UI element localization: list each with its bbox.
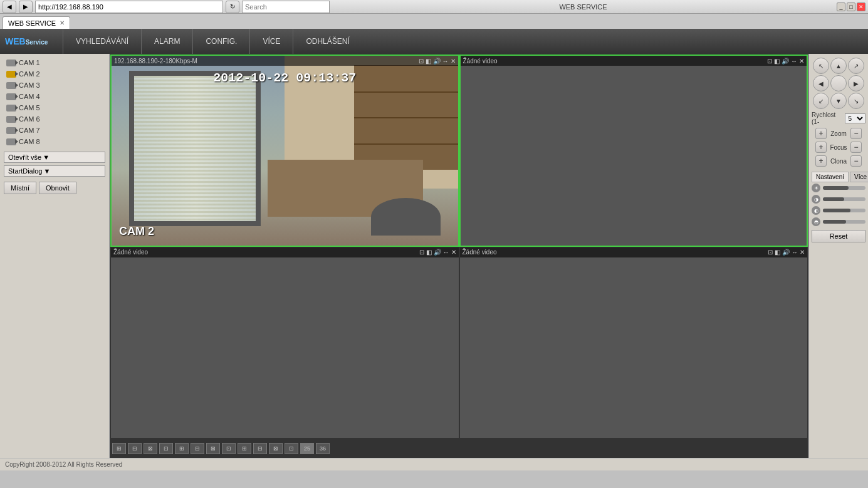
toolbar-btn-6[interactable]: ⊟ <box>191 443 204 454</box>
empty2-ctrl4[interactable]: ↔ <box>443 249 449 256</box>
cam2-ctrl-icon4[interactable]: ↔ <box>442 58 449 65</box>
win-minimize-btn[interactable]: _ <box>837 3 845 11</box>
toolbar-btn-8[interactable]: ⊡ <box>222 443 236 454</box>
ptz-downright-btn[interactable]: ↘ <box>848 93 864 109</box>
empty2-ctrl-close[interactable]: ✕ <box>451 249 456 256</box>
win-maximize-btn[interactable]: □ <box>847 3 855 11</box>
focus-plus-btn[interactable]: + <box>815 142 827 153</box>
zoom-minus-btn[interactable]: − <box>850 128 862 139</box>
sidebar-item-cam1[interactable]: CAM 1 <box>4 58 105 68</box>
empty3-ctrl3[interactable]: 🔊 <box>782 249 790 256</box>
empty1-ctrl1[interactable]: ⊡ <box>767 58 772 65</box>
sidebar-item-cam2[interactable]: CAM 2 <box>4 69 105 79</box>
nav-back-btn[interactable]: ◀ <box>3 1 16 13</box>
empty3-ctrl1[interactable]: ⊡ <box>768 249 773 256</box>
sidebar-item-cam4[interactable]: CAM 4 <box>4 91 105 101</box>
empty1-ctrl3[interactable]: 🔊 <box>782 58 789 65</box>
sidebar-item-cam5[interactable]: CAM 5 <box>4 103 105 113</box>
video-cell-empty3[interactable]: Žádné video ⊡ ◧ 🔊 ↔ ✕ <box>459 247 808 439</box>
empty1-ctrl2[interactable]: ◧ <box>774 58 780 65</box>
address-bar[interactable] <box>35 1 223 13</box>
ptz-right-btn[interactable]: ▶ <box>848 75 864 91</box>
slider-icon-2: ◑ <box>812 195 820 204</box>
reset-btn[interactable]: Reset <box>812 230 865 242</box>
toolbar-btn-12[interactable]: ⊡ <box>285 443 298 454</box>
main-content: CAM 1 CAM 2 CAM 3 CAM 4 CAM 5 CAM 6 <box>0 54 868 458</box>
toolbar-btn-2x2[interactable]: ⊟ <box>128 443 142 454</box>
ptz-down-btn[interactable]: ▼ <box>830 93 847 109</box>
office-shelves <box>354 65 458 169</box>
video-cell-empty2[interactable]: Žádné video ⊡ ◧ 🔊 ↔ ✕ <box>110 247 459 439</box>
settings-tab-nastaveni[interactable]: Nastavení <box>812 172 849 182</box>
ptz-upleft-btn[interactable]: ↖ <box>813 58 829 74</box>
cam4-icon <box>6 93 16 100</box>
win-controls: _ □ ✕ <box>837 3 865 11</box>
start-dialog-dropdown[interactable]: StartDialog ▼ <box>4 165 105 177</box>
cam2-ctrl-icon2[interactable]: ◧ <box>426 58 431 65</box>
cam2-ctrl-icon1[interactable]: ⊡ <box>419 58 424 65</box>
toolbar-btn-25[interactable]: 25 <box>300 443 314 454</box>
nav-odhlaseni[interactable]: ODHLÁŠENÍ <box>293 29 362 54</box>
tab-close-icon[interactable]: ✕ <box>60 19 65 26</box>
empty2-ctrl2[interactable]: ◧ <box>426 249 432 256</box>
ptz-downleft-btn[interactable]: ↙ <box>813 93 829 109</box>
slider-track-4[interactable] <box>823 220 865 224</box>
nav-refresh-btn[interactable]: ↻ <box>226 1 239 13</box>
nav-alarm[interactable]: ALARM <box>141 29 192 54</box>
nav-vyhledavani[interactable]: VYHLEDÁVÁNÍ <box>63 29 141 54</box>
toolbar-btn-9[interactable]: ⊞ <box>238 443 251 454</box>
sidebar-item-cam8[interactable]: CAM 8 <box>4 137 105 147</box>
empty2-ctrl3[interactable]: 🔊 <box>434 249 441 256</box>
sidebar-item-cam6[interactable]: CAM 6 <box>4 114 105 124</box>
refresh-btn[interactable]: Obnovit <box>39 182 76 194</box>
empty1-ctrl-close[interactable]: ✕ <box>799 58 804 65</box>
speed-select[interactable]: 5 1 2 3 4 <box>845 113 865 123</box>
slider-track-1[interactable] <box>823 186 865 190</box>
cam2-ctrl-icon3[interactable]: 🔊 <box>433 58 441 65</box>
cam8-label: CAM 8 <box>19 138 40 145</box>
toolbar-btn-10[interactable]: ⊟ <box>253 443 267 454</box>
browser-tab-webservice[interactable]: WEB SERVICE ✕ <box>3 16 70 29</box>
clona-plus-btn[interactable]: + <box>815 155 827 167</box>
video-cell-cam2[interactable]: 192.168.88.190-2-180Kbps-M ⊡ ◧ 🔊 ↔ ✕ <box>110 55 459 247</box>
toolbar-btn-7[interactable]: ⊠ <box>206 443 220 454</box>
win-close-btn[interactable]: ✕ <box>857 3 865 11</box>
empty3-ctrl4[interactable]: ↔ <box>792 249 798 256</box>
sidebar-item-cam3[interactable]: CAM 3 <box>4 80 105 90</box>
cam2-ctrl-close[interactable]: ✕ <box>451 58 456 65</box>
ptz-center[interactable] <box>830 75 847 91</box>
slider-icon-1: ☀ <box>812 184 820 192</box>
local-btn[interactable]: Místní <box>4 182 36 194</box>
search-bar[interactable] <box>242 1 330 13</box>
open-all-dropdown[interactable]: Otevřít vše ▼ <box>4 152 105 163</box>
slider-track-3[interactable] <box>823 209 865 212</box>
focus-minus-btn[interactable]: − <box>850 142 862 153</box>
sidebar-item-cam7[interactable]: CAM 7 <box>4 125 105 135</box>
ptz-left-btn[interactable]: ◀ <box>813 75 829 91</box>
open-all-label: Otevřít vše <box>8 153 41 161</box>
zoom-plus-btn[interactable]: + <box>815 128 827 139</box>
empty1-ctrl4[interactable]: ↔ <box>791 58 797 65</box>
settings-tab-vice[interactable]: Více <box>850 172 868 182</box>
empty3-ctrl2[interactable]: ◧ <box>775 249 780 256</box>
toolbar-btn-11[interactable]: ⊠ <box>269 443 283 454</box>
cam2-timestamp: 2012-10-22 09:13:37 <box>213 71 356 85</box>
titlebar-left: ◀ ▶ ↻ <box>3 1 330 13</box>
nav-vice[interactable]: VÍCE <box>249 29 293 54</box>
toolbar-btn-36[interactable]: 36 <box>316 443 330 454</box>
ptz-up-btn[interactable]: ▲ <box>830 58 847 74</box>
nav-forward-btn[interactable]: ▶ <box>19 1 33 13</box>
toolbar-btn-3[interactable]: ⊠ <box>144 443 157 454</box>
toolbar-btn-4[interactable]: ⊡ <box>159 443 173 454</box>
clona-minus-btn[interactable]: − <box>850 155 862 167</box>
slider-track-2[interactable] <box>823 197 865 201</box>
toolbar-btn-5[interactable]: ⊞ <box>175 443 189 454</box>
blinds <box>134 76 256 221</box>
nav-config[interactable]: CONFIG. <box>192 29 249 54</box>
office-chair <box>371 198 441 236</box>
video-cell-empty1[interactable]: Žádné video ⊡ ◧ 🔊 ↔ ✕ <box>459 55 808 247</box>
empty2-ctrl1[interactable]: ⊡ <box>419 249 424 256</box>
ptz-upright-btn[interactable]: ↗ <box>848 58 864 74</box>
empty3-ctrl-close[interactable]: ✕ <box>800 249 805 256</box>
toolbar-btn-1x1[interactable]: ⊞ <box>112 443 126 454</box>
